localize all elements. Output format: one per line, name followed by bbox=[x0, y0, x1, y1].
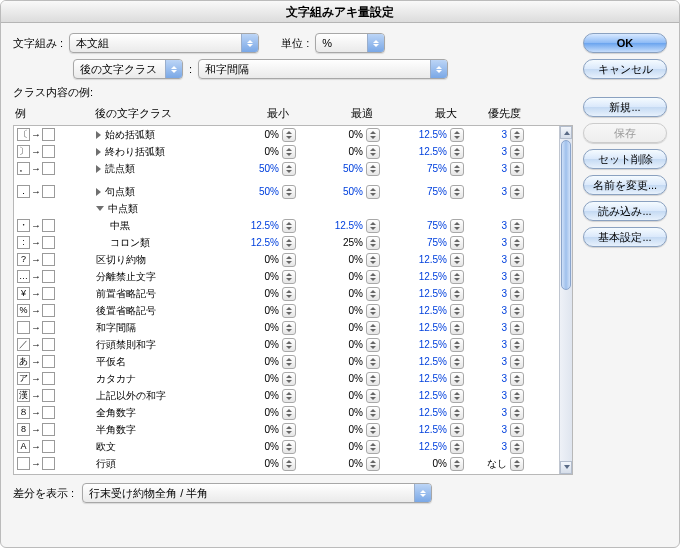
opt-stepper[interactable] bbox=[366, 145, 380, 159]
disclosure-triangle-icon[interactable] bbox=[96, 148, 101, 156]
priority-stepper[interactable] bbox=[510, 321, 524, 335]
min-stepper[interactable] bbox=[282, 372, 296, 386]
priority-stepper[interactable] bbox=[510, 270, 524, 284]
max-stepper[interactable] bbox=[450, 338, 464, 352]
opt-stepper[interactable] bbox=[366, 253, 380, 267]
max-stepper[interactable] bbox=[450, 219, 464, 233]
opt-stepper[interactable] bbox=[366, 372, 380, 386]
max-stepper[interactable] bbox=[450, 355, 464, 369]
min-stepper[interactable] bbox=[282, 406, 296, 420]
opt-stepper[interactable] bbox=[366, 185, 380, 199]
opt-stepper[interactable] bbox=[366, 128, 380, 142]
min-stepper[interactable] bbox=[282, 236, 296, 250]
scroll-thumb[interactable] bbox=[561, 140, 571, 290]
opt-stepper[interactable] bbox=[366, 219, 380, 233]
opt-stepper[interactable] bbox=[366, 304, 380, 318]
min-stepper[interactable] bbox=[282, 128, 296, 142]
disclosure-triangle-icon[interactable] bbox=[96, 206, 104, 211]
delete-set-button[interactable]: セット削除 bbox=[583, 149, 667, 169]
priority-stepper[interactable] bbox=[510, 406, 524, 420]
opt-stepper[interactable] bbox=[366, 236, 380, 250]
min-stepper[interactable] bbox=[282, 270, 296, 284]
priority-stepper[interactable] bbox=[510, 457, 524, 471]
max-stepper[interactable] bbox=[450, 236, 464, 250]
max-stepper[interactable] bbox=[450, 372, 464, 386]
min-stepper[interactable] bbox=[282, 287, 296, 301]
max-stepper[interactable] bbox=[450, 406, 464, 420]
cancel-button[interactable]: キャンセル bbox=[583, 59, 667, 79]
opt-stepper[interactable] bbox=[366, 162, 380, 176]
opt-stepper[interactable] bbox=[366, 440, 380, 454]
priority-stepper[interactable] bbox=[510, 253, 524, 267]
max-stepper[interactable] bbox=[450, 423, 464, 437]
min-stepper[interactable] bbox=[282, 185, 296, 199]
max-stepper[interactable] bbox=[450, 321, 464, 335]
min-stepper[interactable] bbox=[282, 304, 296, 318]
disclosure-triangle-icon[interactable] bbox=[96, 188, 101, 196]
max-stepper[interactable] bbox=[450, 287, 464, 301]
min-stepper[interactable] bbox=[282, 457, 296, 471]
opt-stepper[interactable] bbox=[366, 338, 380, 352]
priority-stepper[interactable] bbox=[510, 372, 524, 386]
max-stepper[interactable] bbox=[450, 474, 464, 475]
opt-stepper[interactable] bbox=[366, 321, 380, 335]
min-stepper[interactable] bbox=[282, 162, 296, 176]
scroll-up-button[interactable] bbox=[560, 126, 572, 139]
priority-stepper[interactable] bbox=[510, 145, 524, 159]
min-stepper[interactable] bbox=[282, 338, 296, 352]
min-stepper[interactable] bbox=[282, 423, 296, 437]
vertical-scrollbar[interactable] bbox=[559, 126, 572, 474]
opt-stepper[interactable] bbox=[366, 474, 380, 475]
load-button[interactable]: 読み込み... bbox=[583, 201, 667, 221]
opt-stepper[interactable] bbox=[366, 406, 380, 420]
max-stepper[interactable] bbox=[450, 253, 464, 267]
max-stepper[interactable] bbox=[450, 162, 464, 176]
disclosure-triangle-icon[interactable] bbox=[96, 131, 101, 139]
save-button[interactable]: 保存 bbox=[583, 123, 667, 143]
priority-stepper[interactable] bbox=[510, 236, 524, 250]
diff-select[interactable]: 行末受け約物全角 / 半角 bbox=[82, 483, 432, 503]
disclosure-triangle-icon[interactable] bbox=[96, 165, 101, 173]
priority-stepper[interactable] bbox=[510, 219, 524, 233]
min-stepper[interactable] bbox=[282, 474, 296, 475]
priority-stepper[interactable] bbox=[510, 440, 524, 454]
priority-stepper[interactable] bbox=[510, 389, 524, 403]
priority-stepper[interactable] bbox=[510, 423, 524, 437]
max-stepper[interactable] bbox=[450, 145, 464, 159]
max-stepper[interactable] bbox=[450, 270, 464, 284]
priority-stepper[interactable] bbox=[510, 162, 524, 176]
max-stepper[interactable] bbox=[450, 457, 464, 471]
basic-settings-button[interactable]: 基本設定... bbox=[583, 227, 667, 247]
rename-button[interactable]: 名前を変更... bbox=[583, 175, 667, 195]
min-stepper[interactable] bbox=[282, 440, 296, 454]
priority-stepper[interactable] bbox=[510, 355, 524, 369]
opt-stepper[interactable] bbox=[366, 389, 380, 403]
min-stepper[interactable] bbox=[282, 389, 296, 403]
priority-stepper[interactable] bbox=[510, 287, 524, 301]
priority-stepper[interactable] bbox=[510, 185, 524, 199]
max-stepper[interactable] bbox=[450, 185, 464, 199]
context-select[interactable]: 後の文字クラス bbox=[73, 59, 183, 79]
target-select[interactable]: 和字間隔 bbox=[198, 59, 448, 79]
opt-stepper[interactable] bbox=[366, 457, 380, 471]
max-stepper[interactable] bbox=[450, 304, 464, 318]
priority-stepper[interactable] bbox=[510, 128, 524, 142]
opt-stepper[interactable] bbox=[366, 423, 380, 437]
scroll-down-button[interactable] bbox=[560, 461, 572, 474]
opt-stepper[interactable] bbox=[366, 270, 380, 284]
priority-stepper[interactable] bbox=[510, 474, 524, 475]
min-stepper[interactable] bbox=[282, 145, 296, 159]
max-stepper[interactable] bbox=[450, 128, 464, 142]
composition-select[interactable]: 本文組 bbox=[69, 33, 259, 53]
priority-stepper[interactable] bbox=[510, 304, 524, 318]
min-stepper[interactable] bbox=[282, 253, 296, 267]
max-stepper[interactable] bbox=[450, 440, 464, 454]
min-stepper[interactable] bbox=[282, 321, 296, 335]
min-stepper[interactable] bbox=[282, 355, 296, 369]
opt-stepper[interactable] bbox=[366, 355, 380, 369]
unit-select[interactable]: % bbox=[315, 33, 385, 53]
max-stepper[interactable] bbox=[450, 389, 464, 403]
priority-stepper[interactable] bbox=[510, 338, 524, 352]
min-stepper[interactable] bbox=[282, 219, 296, 233]
ok-button[interactable]: OK bbox=[583, 33, 667, 53]
